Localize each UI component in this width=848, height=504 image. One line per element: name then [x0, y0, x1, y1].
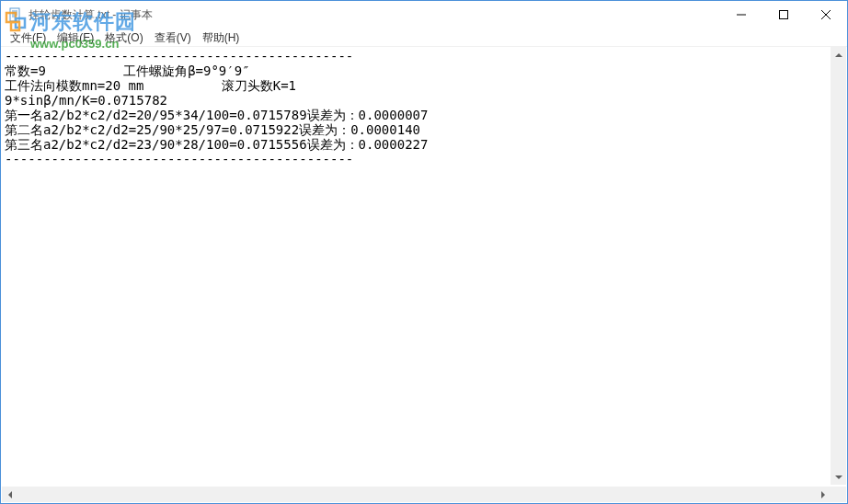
minimize-button[interactable] — [720, 1, 762, 29]
menu-edit[interactable]: 编辑(E) — [52, 29, 99, 47]
window-title: 挂轮齿数计算.txt - 记事本 — [29, 7, 720, 23]
svg-rect-6 — [780, 11, 788, 19]
scrollbar-corner — [831, 487, 846, 502]
scroll-left-button[interactable] — [2, 487, 17, 502]
text-area[interactable]: ----------------------------------------… — [3, 47, 829, 485]
svg-marker-12 — [821, 491, 825, 498]
maximize-button[interactable] — [762, 1, 805, 29]
menu-help[interactable]: 帮助(H) — [197, 29, 246, 47]
menu-file[interactable]: 文件(F) — [5, 29, 52, 47]
menu-format[interactable]: 格式(O) — [99, 29, 148, 47]
scroll-track-vertical[interactable] — [831, 63, 846, 469]
titlebar: 挂轮齿数计算.txt - 记事本 — [1, 1, 847, 29]
svg-marker-9 — [835, 53, 842, 57]
svg-marker-10 — [835, 475, 842, 479]
horizontal-scrollbar[interactable] — [2, 487, 831, 502]
window-controls — [720, 1, 847, 29]
scroll-right-button[interactable] — [815, 487, 831, 502]
menubar: 文件(F) 编辑(E) 格式(O) 查看(V) 帮助(H) — [1, 29, 847, 47]
scroll-down-button[interactable] — [831, 469, 846, 485]
svg-marker-11 — [8, 491, 12, 498]
scroll-up-button[interactable] — [831, 47, 846, 63]
close-button[interactable] — [805, 1, 847, 29]
menu-view[interactable]: 查看(V) — [149, 29, 197, 47]
app-icon — [8, 7, 23, 22]
scroll-track-horizontal[interactable] — [17, 487, 815, 502]
vertical-scrollbar[interactable] — [831, 47, 846, 485]
